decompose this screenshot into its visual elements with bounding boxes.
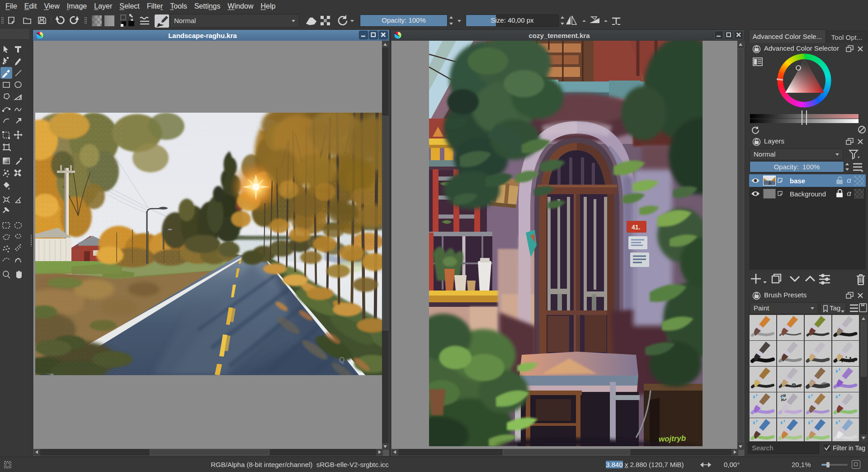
svg-text:41.: 41. [632, 224, 640, 231]
svg-text:wojtryb: wojtryb [658, 434, 686, 443]
svg-text:Q: Q [339, 356, 344, 364]
